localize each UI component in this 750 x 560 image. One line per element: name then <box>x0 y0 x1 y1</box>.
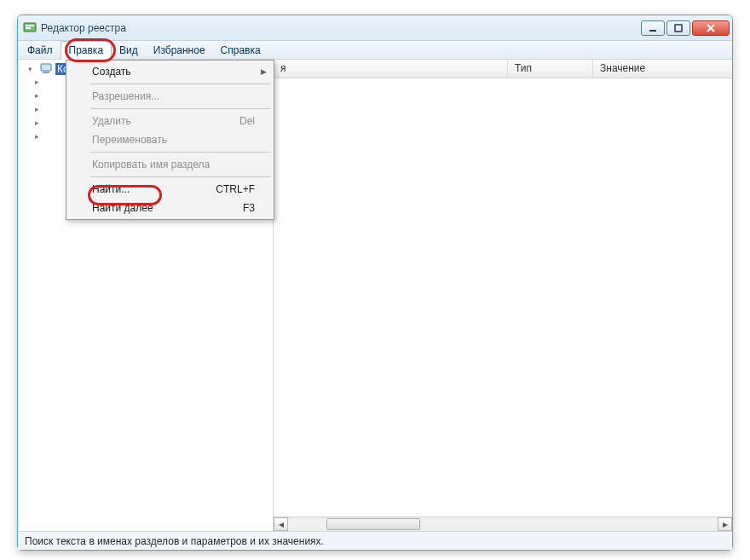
scroll-track[interactable] <box>288 517 718 531</box>
scroll-left-button[interactable]: ◂ <box>274 517 288 531</box>
menu-item-permissions[interactable]: Разрешения... <box>68 87 272 106</box>
submenu-arrow-icon: ▶ <box>261 67 267 76</box>
menu-item-label: Удалить <box>92 115 131 127</box>
menu-item-create[interactable]: Создать ▶ <box>68 62 272 81</box>
svg-rect-4 <box>675 25 682 32</box>
menu-separator <box>90 108 270 109</box>
menu-shortcut: F3 <box>243 202 255 214</box>
expand-icon[interactable]: ▸ <box>35 132 43 141</box>
window-title: Редактор реестра <box>41 22 641 34</box>
window-controls <box>641 20 730 36</box>
scroll-thumb[interactable] <box>326 518 420 530</box>
menubar: Файл Правка Вид Избранное Справка <box>18 41 732 60</box>
menu-item-label: Найти... <box>92 183 130 195</box>
menu-item-label: Создать <box>92 66 131 78</box>
horizontal-scrollbar[interactable]: ◂ ▸ <box>274 517 732 531</box>
expand-icon[interactable]: ▸ <box>35 118 43 127</box>
titlebar: Редактор реестра <box>18 15 732 41</box>
status-text: Поиск текста в именах разделов и парамет… <box>25 535 324 547</box>
list-panel: я Тип Значение ◂ ▸ <box>274 60 732 531</box>
column-name[interactable]: я <box>274 60 508 78</box>
menu-edit[interactable]: Правка <box>61 41 112 60</box>
menu-item-label: Переименовать <box>92 134 167 146</box>
svg-rect-2 <box>26 27 31 29</box>
menu-favorites[interactable]: Избранное <box>146 41 213 59</box>
expand-icon[interactable]: ▸ <box>35 78 43 86</box>
statusbar: Поиск текста в именах разделов и парамет… <box>18 531 732 550</box>
registry-editor-window: Редактор реестра Файл Правка Вид Избранн… <box>17 14 733 551</box>
list-header: я Тип Значение <box>274 60 732 78</box>
minimize-button[interactable] <box>641 20 665 36</box>
computer-icon <box>39 63 53 75</box>
menu-separator <box>90 152 270 153</box>
list-body[interactable]: ◂ ▸ <box>274 78 732 531</box>
menu-shortcut: Del <box>239 115 255 127</box>
svg-rect-1 <box>26 25 34 26</box>
menu-item-rename[interactable]: Переименовать <box>68 130 272 149</box>
column-type[interactable]: Тип <box>508 60 593 78</box>
menu-separator <box>90 176 270 177</box>
column-value[interactable]: Значение <box>593 60 732 78</box>
menu-item-label: Найти далее <box>92 202 153 214</box>
scroll-right-button[interactable]: ▸ <box>718 517 732 531</box>
menu-separator <box>90 84 270 84</box>
maximize-button[interactable] <box>666 20 690 36</box>
menu-item-label: Разрешения... <box>92 90 159 102</box>
client-area: ▾ Компьютер ▸ ▸ ▸ ▸ ▸ я Тип Значение <box>18 60 732 531</box>
menu-view[interactable]: Вид <box>112 41 146 59</box>
svg-rect-3 <box>649 30 656 32</box>
menu-item-find-next[interactable]: Найти далее F3 <box>68 199 272 217</box>
menu-item-label: Копировать имя раздела <box>92 159 210 170</box>
menu-help[interactable]: Справка <box>213 41 268 59</box>
menu-item-delete[interactable]: Удалить Del <box>68 112 272 130</box>
svg-rect-6 <box>43 72 49 73</box>
edit-dropdown-menu: Создать ▶ Разрешения... Удалить Del Пере… <box>66 60 274 220</box>
collapse-icon[interactable]: ▾ <box>28 65 37 73</box>
expand-icon[interactable]: ▸ <box>35 91 43 100</box>
menu-item-find[interactable]: Найти... CTRL+F <box>68 180 272 199</box>
menu-shortcut: CTRL+F <box>216 183 255 195</box>
app-icon <box>23 21 37 35</box>
close-button[interactable] <box>692 20 730 36</box>
menu-file[interactable]: Файл <box>20 41 61 59</box>
menu-item-copy-key[interactable]: Копировать имя раздела <box>68 155 272 174</box>
expand-icon[interactable]: ▸ <box>35 105 43 113</box>
svg-rect-5 <box>41 64 51 71</box>
